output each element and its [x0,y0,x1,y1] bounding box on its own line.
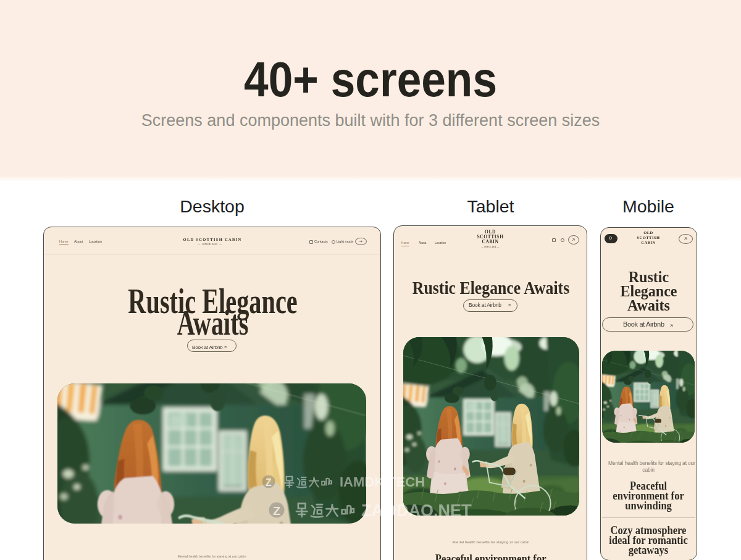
svg-text:ZAODAO.NET: ZAODAO.NET [361,501,472,520]
svg-text:Z: Z [273,504,280,517]
svg-text:Z: Z [266,477,272,488]
svg-text:IAMDK.TECH: IAMDK.TECH [340,474,425,490]
